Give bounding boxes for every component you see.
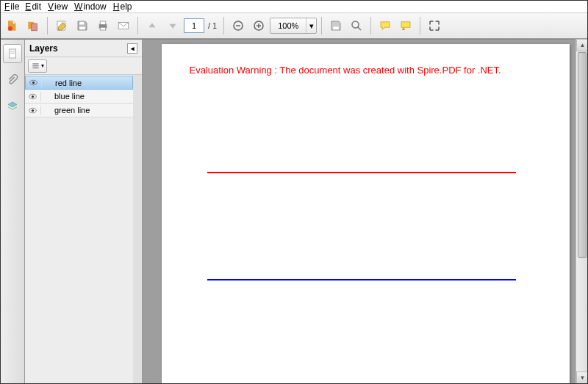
svg-rect-25 [32,68,38,68]
svg-rect-22 [10,53,15,54]
visibility-icon[interactable] [25,92,41,101]
panel-title: Layers [29,43,58,54]
svg-point-27 [32,81,35,84]
svg-rect-21 [10,51,15,51]
layers-tab[interactable] [3,97,22,116]
svg-rect-23 [32,63,38,64]
svg-point-0 [8,26,12,31]
page-total-label: / 1 [206,21,219,30]
highlight-button[interactable] [396,16,415,35]
zoom-dropdown-icon[interactable]: ▾ [306,18,316,33]
page-number-input[interactable] [184,18,204,33]
layer-item[interactable]: green line [25,104,133,117]
layer-item[interactable]: red line [25,76,133,90]
scrollbar-thumb[interactable] [578,52,587,258]
svg-rect-9 [100,27,106,30]
panel-collapse-button[interactable]: ◂ [127,43,137,54]
thumbnails-tab[interactable] [3,44,22,63]
layer-list-scrollbar[interactable] [133,75,142,384]
svg-rect-2 [32,23,37,31]
svg-rect-16 [333,27,339,30]
layer-list: red lineblue linegreen line [25,75,133,384]
page-up-button[interactable] [143,16,162,35]
svg-line-18 [358,27,362,31]
document-line [207,172,516,173]
page-down-button[interactable] [163,16,182,35]
print-button[interactable] [93,16,112,35]
menu-window[interactable]: Window [71,1,110,12]
visibility-icon[interactable] [26,78,42,87]
find-button[interactable] [347,16,366,35]
document-viewer[interactable]: Evaluation Warning : The document was cr… [143,40,588,384]
layer-item[interactable]: blue line [25,90,133,104]
fullscreen-button[interactable] [425,16,444,35]
menu-view[interactable]: View [45,1,71,12]
svg-rect-24 [32,65,38,66]
edit-button[interactable] [52,16,71,35]
create-pdf-button[interactable] [3,16,22,35]
main-toolbar: / 1 ▾ [0,13,588,39]
save-button[interactable] [73,16,92,35]
layer-name: red line [42,79,82,87]
layers-panel: Layers ◂ ▾ red lineblue linegreen line [25,40,143,384]
layer-name: green line [41,106,90,115]
menu-help[interactable]: Help [110,1,136,12]
email-button[interactable] [114,16,133,35]
layer-options-button[interactable]: ▾ [28,59,47,73]
menu-file[interactable]: File [1,1,22,12]
evaluation-warning: Evaluation Warning : The document was cr… [190,65,501,76]
zoom-input[interactable] [270,18,306,33]
pdf-page: Evaluation Warning : The document was cr… [162,44,570,384]
svg-point-31 [32,109,34,111]
svg-rect-6 [79,27,85,30]
visibility-icon[interactable] [25,106,41,115]
zoom-out-button[interactable] [229,16,248,35]
svg-rect-5 [79,22,84,25]
scroll-up-arrow[interactable]: ▲ [576,39,588,51]
document-line [207,279,516,280]
save-copy-button[interactable] [326,16,345,35]
scroll-down-arrow[interactable]: ▼ [576,372,588,384]
svg-point-29 [32,95,34,97]
zoom-in-button[interactable] [249,16,268,35]
vertical-scrollbar[interactable]: ▲ ▼ [576,39,588,384]
zoom-combo[interactable]: ▾ [270,18,317,34]
workspace: Layers ◂ ▾ red lineblue linegreen line E… [0,39,588,384]
layer-name: blue line [41,92,85,101]
attachments-tab[interactable] [3,70,22,90]
comment-button[interactable] [376,16,395,35]
side-tabs [0,40,25,384]
svg-rect-8 [100,21,106,25]
menubar: File Edit View Window Help [0,0,588,13]
combine-button[interactable] [24,16,43,35]
menu-edit[interactable]: Edit [22,1,45,12]
svg-rect-19 [401,22,410,28]
